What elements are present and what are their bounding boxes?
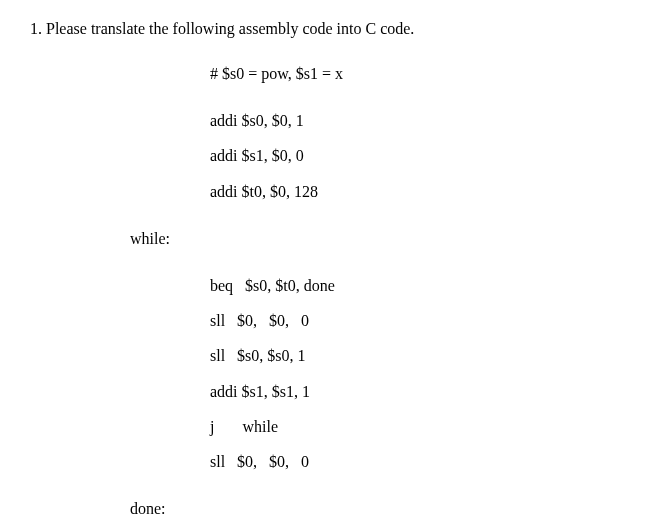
label-done: done: <box>130 491 640 526</box>
code-line: beq $s0, $t0, done <box>210 268 640 303</box>
code-body-block: beq $s0, $t0, done sll $0, $0, 0 sll $s0… <box>210 268 640 479</box>
code-comment: # $s0 = pow, $s1 = x <box>210 56 640 91</box>
code-line: j while <box>210 409 640 444</box>
code-line: sll $0, $0, 0 <box>210 303 640 338</box>
code-line: addi $s1, $0, 0 <box>210 138 640 173</box>
question-text: Please translate the following assembly … <box>46 20 414 37</box>
code-line: addi $s0, $0, 1 <box>210 103 640 138</box>
code-line: addi $t0, $0, 128 <box>210 174 640 209</box>
code-init-block: addi $s0, $0, 1 addi $s1, $0, 0 addi $t0… <box>210 103 640 209</box>
code-comment-block: # $s0 = pow, $s1 = x <box>210 56 640 91</box>
code-line: sll $s0, $s0, 1 <box>210 338 640 373</box>
question-number: 1. <box>30 20 42 37</box>
question-prompt: 1. Please translate the following assemb… <box>30 20 640 38</box>
label-while: while: <box>130 221 640 256</box>
code-line: addi $s1, $s1, 1 <box>210 374 640 409</box>
code-line: sll $0, $0, 0 <box>210 444 640 479</box>
